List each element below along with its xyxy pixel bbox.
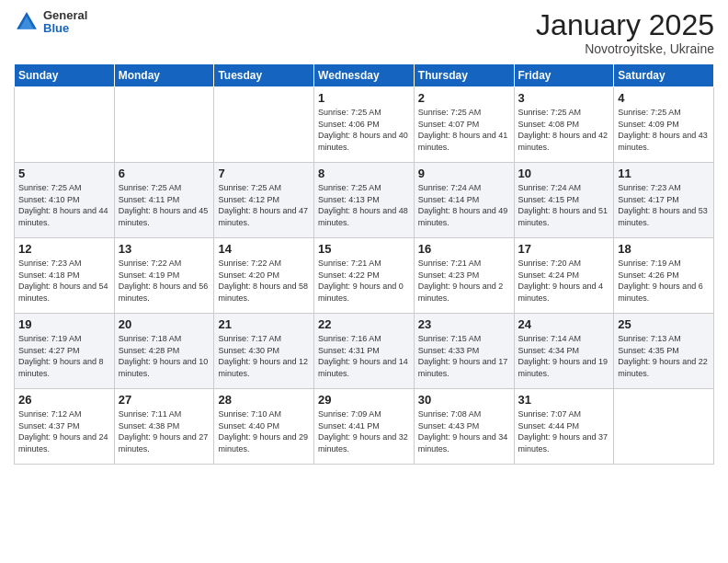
week-row-4: 19Sunrise: 7:19 AM Sunset: 4:27 PM Dayli… xyxy=(15,314,714,389)
day-info: Sunrise: 7:24 AM Sunset: 4:14 PM Dayligh… xyxy=(418,182,510,228)
day-number: 28 xyxy=(218,393,310,407)
day-number: 25 xyxy=(618,317,710,331)
page-container: General Blue January 2025 Novotroyitske,… xyxy=(0,0,728,469)
cell-w5-d3: 28Sunrise: 7:10 AM Sunset: 4:40 PM Dayli… xyxy=(214,389,314,465)
day-info: Sunrise: 7:12 AM Sunset: 4:37 PM Dayligh… xyxy=(18,408,110,454)
cell-w4-d5: 23Sunrise: 7:15 AM Sunset: 4:33 PM Dayli… xyxy=(414,314,514,389)
day-info: Sunrise: 7:11 AM Sunset: 4:38 PM Dayligh… xyxy=(119,408,210,454)
cell-w2-d5: 9Sunrise: 7:24 AM Sunset: 4:14 PM Daylig… xyxy=(414,163,514,238)
week-row-2: 5Sunrise: 7:25 AM Sunset: 4:10 PM Daylig… xyxy=(15,163,714,238)
day-number: 3 xyxy=(518,91,610,105)
calendar-body: 1Sunrise: 7:25 AM Sunset: 4:06 PM Daylig… xyxy=(15,87,714,465)
day-number: 19 xyxy=(18,317,110,331)
day-info: Sunrise: 7:25 AM Sunset: 4:12 PM Dayligh… xyxy=(218,182,310,228)
logo-general: General xyxy=(43,9,87,22)
day-info: Sunrise: 7:25 AM Sunset: 4:11 PM Dayligh… xyxy=(119,182,210,228)
cell-w5-d5: 30Sunrise: 7:08 AM Sunset: 4:43 PM Dayli… xyxy=(414,389,514,465)
day-number: 24 xyxy=(518,317,610,331)
cell-w5-d6: 31Sunrise: 7:07 AM Sunset: 4:44 PM Dayli… xyxy=(514,389,614,465)
weekday-sunday: Sunday xyxy=(15,64,115,87)
cell-w2-d6: 10Sunrise: 7:24 AM Sunset: 4:15 PM Dayli… xyxy=(514,163,614,238)
week-row-1: 1Sunrise: 7:25 AM Sunset: 4:06 PM Daylig… xyxy=(15,87,714,163)
cell-w5-d1: 26Sunrise: 7:12 AM Sunset: 4:37 PM Dayli… xyxy=(15,389,115,465)
day-number: 26 xyxy=(18,393,110,407)
day-info: Sunrise: 7:16 AM Sunset: 4:31 PM Dayligh… xyxy=(318,333,410,379)
day-info: Sunrise: 7:25 AM Sunset: 4:13 PM Dayligh… xyxy=(318,182,410,228)
day-info: Sunrise: 7:13 AM Sunset: 4:35 PM Dayligh… xyxy=(618,333,710,379)
weekday-row: SundayMondayTuesdayWednesdayThursdayFrid… xyxy=(15,64,714,87)
cell-w3-d6: 17Sunrise: 7:20 AM Sunset: 4:24 PM Dayli… xyxy=(514,238,614,314)
day-number: 20 xyxy=(119,317,210,331)
cell-w2-d2: 6Sunrise: 7:25 AM Sunset: 4:11 PM Daylig… xyxy=(114,163,214,238)
day-number: 9 xyxy=(418,167,510,180)
logo-icon xyxy=(14,9,40,35)
cell-w2-d1: 5Sunrise: 7:25 AM Sunset: 4:10 PM Daylig… xyxy=(15,163,115,238)
weekday-tuesday: Tuesday xyxy=(214,64,314,87)
cell-w1-d5: 2Sunrise: 7:25 AM Sunset: 4:07 PM Daylig… xyxy=(414,87,514,163)
day-info: Sunrise: 7:25 AM Sunset: 4:10 PM Dayligh… xyxy=(18,182,110,228)
cell-w4-d2: 20Sunrise: 7:18 AM Sunset: 4:28 PM Dayli… xyxy=(114,314,214,389)
day-info: Sunrise: 7:20 AM Sunset: 4:24 PM Dayligh… xyxy=(518,258,610,304)
day-number: 21 xyxy=(218,317,310,331)
day-info: Sunrise: 7:21 AM Sunset: 4:22 PM Dayligh… xyxy=(318,258,410,304)
week-row-5: 26Sunrise: 7:12 AM Sunset: 4:37 PM Dayli… xyxy=(15,389,714,465)
cell-w5-d2: 27Sunrise: 7:11 AM Sunset: 4:38 PM Dayli… xyxy=(114,389,214,465)
day-number: 16 xyxy=(418,242,510,256)
day-number: 11 xyxy=(618,167,710,180)
day-info: Sunrise: 7:14 AM Sunset: 4:34 PM Dayligh… xyxy=(518,333,610,379)
day-info: Sunrise: 7:17 AM Sunset: 4:30 PM Dayligh… xyxy=(218,333,310,379)
cell-w1-d3 xyxy=(214,87,314,163)
calendar-table: SundayMondayTuesdayWednesdayThursdayFrid… xyxy=(14,63,714,465)
day-number: 29 xyxy=(318,393,410,407)
weekday-saturday: Saturday xyxy=(614,64,714,87)
location: Novotroyitske, Ukraine xyxy=(536,41,714,56)
day-number: 4 xyxy=(618,91,710,105)
logo: General Blue xyxy=(14,9,87,36)
day-number: 10 xyxy=(518,167,610,180)
day-info: Sunrise: 7:25 AM Sunset: 4:09 PM Dayligh… xyxy=(618,107,710,153)
day-info: Sunrise: 7:18 AM Sunset: 4:28 PM Dayligh… xyxy=(119,333,210,379)
cell-w2-d7: 11Sunrise: 7:23 AM Sunset: 4:17 PM Dayli… xyxy=(614,163,714,238)
day-number: 17 xyxy=(518,242,610,256)
cell-w4-d4: 22Sunrise: 7:16 AM Sunset: 4:31 PM Dayli… xyxy=(314,314,415,389)
day-info: Sunrise: 7:23 AM Sunset: 4:17 PM Dayligh… xyxy=(618,182,710,228)
cell-w4-d3: 21Sunrise: 7:17 AM Sunset: 4:30 PM Dayli… xyxy=(214,314,314,389)
cell-w3-d2: 13Sunrise: 7:22 AM Sunset: 4:19 PM Dayli… xyxy=(114,238,214,314)
weekday-friday: Friday xyxy=(514,64,614,87)
day-number: 5 xyxy=(18,167,110,180)
weekday-monday: Monday xyxy=(114,64,214,87)
logo-blue: Blue xyxy=(43,22,87,35)
day-number: 31 xyxy=(518,393,610,407)
cell-w2-d3: 7Sunrise: 7:25 AM Sunset: 4:12 PM Daylig… xyxy=(214,163,314,238)
day-number: 2 xyxy=(418,91,510,105)
day-info: Sunrise: 7:25 AM Sunset: 4:06 PM Dayligh… xyxy=(318,107,410,153)
header: General Blue January 2025 Novotroyitske,… xyxy=(14,9,714,56)
week-row-3: 12Sunrise: 7:23 AM Sunset: 4:18 PM Dayli… xyxy=(15,238,714,314)
day-number: 12 xyxy=(18,242,110,256)
day-info: Sunrise: 7:09 AM Sunset: 4:41 PM Dayligh… xyxy=(318,408,410,454)
day-number: 22 xyxy=(318,317,410,331)
day-number: 23 xyxy=(418,317,510,331)
cell-w3-d7: 18Sunrise: 7:19 AM Sunset: 4:26 PM Dayli… xyxy=(614,238,714,314)
cell-w1-d2 xyxy=(114,87,214,163)
cell-w3-d1: 12Sunrise: 7:23 AM Sunset: 4:18 PM Dayli… xyxy=(15,238,115,314)
day-number: 14 xyxy=(218,242,310,256)
weekday-wednesday: Wednesday xyxy=(314,64,415,87)
title-block: January 2025 Novotroyitske, Ukraine xyxy=(536,9,714,56)
day-info: Sunrise: 7:15 AM Sunset: 4:33 PM Dayligh… xyxy=(418,333,510,379)
cell-w1-d6: 3Sunrise: 7:25 AM Sunset: 4:08 PM Daylig… xyxy=(514,87,614,163)
cell-w5-d4: 29Sunrise: 7:09 AM Sunset: 4:41 PM Dayli… xyxy=(314,389,415,465)
cell-w1-d7: 4Sunrise: 7:25 AM Sunset: 4:09 PM Daylig… xyxy=(614,87,714,163)
weekday-thursday: Thursday xyxy=(414,64,514,87)
day-number: 15 xyxy=(318,242,410,256)
day-info: Sunrise: 7:22 AM Sunset: 4:19 PM Dayligh… xyxy=(119,258,210,304)
day-number: 7 xyxy=(218,167,310,180)
day-info: Sunrise: 7:21 AM Sunset: 4:23 PM Dayligh… xyxy=(418,258,510,304)
month-title: January 2025 xyxy=(536,9,714,41)
day-number: 30 xyxy=(418,393,510,407)
day-info: Sunrise: 7:19 AM Sunset: 4:26 PM Dayligh… xyxy=(618,258,710,304)
cell-w5-d7 xyxy=(614,389,714,465)
day-number: 13 xyxy=(119,242,210,256)
day-number: 1 xyxy=(318,91,410,105)
logo-text: General Blue xyxy=(43,9,87,36)
